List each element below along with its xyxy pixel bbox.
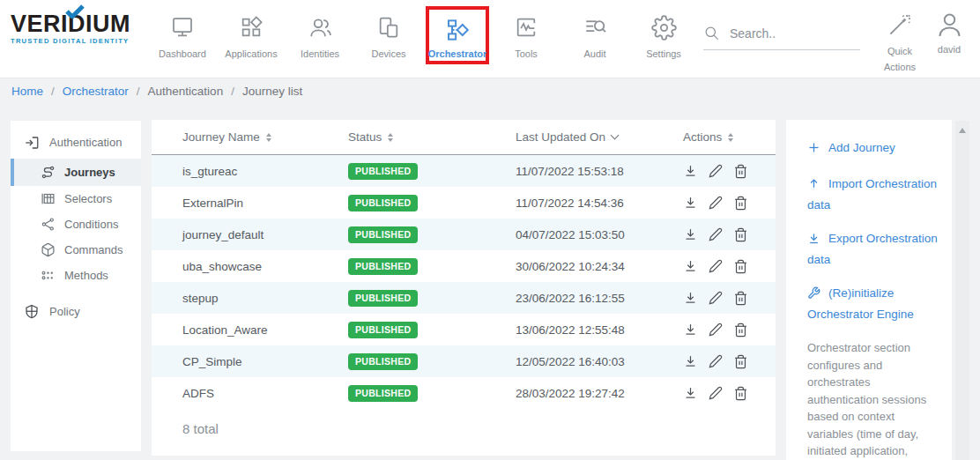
actions-cell: [683, 196, 760, 211]
status-cell: PUBLISHED: [348, 385, 516, 402]
conditions-branch-icon: [41, 217, 56, 232]
dashboard-icon: [169, 13, 196, 41]
edit-button[interactable]: [709, 227, 723, 241]
nav-item-label: Applications: [225, 48, 277, 59]
actions-cell: [683, 227, 760, 242]
sidebar-spacer: [11, 288, 141, 295]
main-nav: Dashboard Applications Identities Device…: [148, 0, 698, 78]
audit-icon: [583, 13, 608, 41]
nav-item-orchestrator[interactable]: Orchestrator: [426, 6, 489, 64]
column-header-last-updated[interactable]: Last Updated On: [516, 130, 683, 144]
download-button[interactable]: [683, 259, 698, 274]
journey-name-cell: journey_default: [182, 228, 348, 241]
edit-button[interactable]: [709, 196, 723, 210]
table-row: is_gtureac PUBLISHED 11/07/2022 15:53:18: [152, 155, 776, 187]
status-badge: PUBLISHED: [348, 226, 418, 243]
status-cell: PUBLISHED: [348, 163, 516, 180]
sort-icon: [388, 133, 393, 142]
edit-button[interactable]: [709, 259, 723, 273]
delete-button[interactable]: [733, 323, 748, 338]
delete-button[interactable]: [733, 291, 748, 306]
delete-button[interactable]: [733, 259, 748, 274]
last-updated-cell: 11/07/2022 15:53:18: [516, 165, 683, 178]
link-label: Export Orchestration data: [807, 232, 938, 266]
link-label: Import Orchestration data: [807, 177, 937, 211]
delete-button[interactable]: [733, 227, 748, 242]
logo-tagline: TRUSTED DIGITAL IDENTITY: [11, 37, 143, 45]
nav-item-audit[interactable]: Audit: [561, 0, 629, 78]
search-input[interactable]: [730, 26, 860, 41]
reinitialize-engine-link[interactable]: (Re)initialize Orchestrator Engine: [807, 285, 941, 324]
delete-button[interactable]: [733, 354, 748, 369]
orchestrator-icon: [444, 16, 471, 44]
download-button[interactable]: [683, 227, 698, 242]
column-header-status[interactable]: Status: [348, 130, 516, 144]
delete-button[interactable]: [733, 196, 748, 211]
breadcrumb-home[interactable]: Home: [11, 85, 43, 98]
delete-button[interactable]: [733, 386, 748, 401]
sidebar-item-label: Conditions: [64, 218, 118, 231]
table-row: CP_Simple PUBLISHED 12/05/2022 16:40:03: [152, 345, 776, 377]
actions-cell: [683, 259, 760, 274]
nav-item-label: Audit: [583, 48, 605, 59]
nav-item-label: Dashboard: [159, 48, 206, 59]
identities-icon: [308, 13, 333, 41]
download-button[interactable]: [683, 196, 698, 211]
column-header-actions[interactable]: Actions: [683, 130, 760, 144]
tools-icon: [514, 13, 538, 41]
quick-actions-button[interactable]: Quick Actions: [874, 11, 925, 75]
column-header-journey-name[interactable]: Journey Name: [182, 130, 348, 144]
import-orchestration-link[interactable]: Import Orchestration data: [807, 175, 941, 215]
plus-icon: [807, 141, 820, 160]
nav-item-label: Devices: [371, 48, 405, 59]
sidebar-item-journeys[interactable]: Journeys: [11, 159, 141, 186]
sidebar-item-conditions[interactable]: Conditions: [11, 211, 141, 237]
sidebar-item-label: Selectors: [64, 192, 112, 205]
sidebar-item-label: Methods: [64, 269, 108, 282]
table-row: ExternalPin PUBLISHED 11/07/2022 14:54:3…: [152, 187, 776, 219]
sidebar-item-label: Commands: [64, 243, 122, 256]
last-updated-cell: 11/07/2022 14:54:36: [516, 197, 683, 210]
nav-item-tools[interactable]: Tools: [492, 0, 561, 78]
download-button[interactable]: [683, 323, 698, 338]
download-button[interactable]: [683, 354, 698, 369]
last-updated-cell: 30/06/2022 10:24:34: [516, 260, 683, 273]
delete-button[interactable]: [733, 164, 748, 179]
user-menu[interactable]: david: [927, 9, 971, 55]
download-button[interactable]: [683, 386, 698, 401]
nav-item-applications[interactable]: Applications: [217, 0, 286, 78]
sidebar-item-authentication[interactable]: Authentication: [11, 126, 141, 159]
sidebar-item-selectors[interactable]: Selectors: [11, 186, 141, 211]
status-badge: PUBLISHED: [348, 385, 418, 402]
link-label: (Re)initialize Orchestrator Engine: [807, 286, 914, 321]
export-orchestration-link[interactable]: Export Orchestration data: [807, 230, 941, 270]
edit-button[interactable]: [709, 354, 723, 368]
status-cell: PUBLISHED: [348, 226, 516, 243]
magic-wand-icon: [887, 11, 913, 39]
actions-cell: [683, 291, 760, 306]
nav-item-settings[interactable]: Settings: [629, 0, 698, 78]
status-cell: PUBLISHED: [348, 353, 516, 370]
download-button[interactable]: [683, 291, 698, 306]
breadcrumb-orchestrator[interactable]: Orchestrator: [63, 85, 129, 98]
sidebar-item-policy[interactable]: Policy: [11, 295, 141, 328]
add-journey-link[interactable]: Add Journey: [807, 139, 941, 160]
nav-item-devices[interactable]: Devices: [354, 0, 423, 78]
edit-button[interactable]: [709, 291, 723, 305]
sidebar-item-commands[interactable]: Commands: [11, 237, 141, 263]
table-header-row: Journey Name Status Last Updated On Acti…: [152, 120, 776, 155]
nav-item-dashboard[interactable]: Dashboard: [148, 0, 217, 78]
commands-cube-icon: [41, 242, 56, 257]
download-button[interactable]: [683, 164, 698, 179]
edit-button[interactable]: [709, 386, 723, 400]
breadcrumb-journey-list: Journey list: [242, 85, 302, 98]
edit-button[interactable]: [709, 323, 723, 337]
column-label: Status: [348, 130, 382, 144]
logo-checkmark-icon: [65, 4, 85, 19]
sidebar-item-methods[interactable]: Methods: [11, 263, 141, 288]
nav-item-identities[interactable]: Identities: [286, 0, 354, 78]
journeys-route-icon: [41, 165, 56, 180]
scrollbar[interactable]: [955, 121, 969, 460]
nav-item-label: Identities: [301, 48, 339, 59]
edit-button[interactable]: [709, 164, 723, 178]
